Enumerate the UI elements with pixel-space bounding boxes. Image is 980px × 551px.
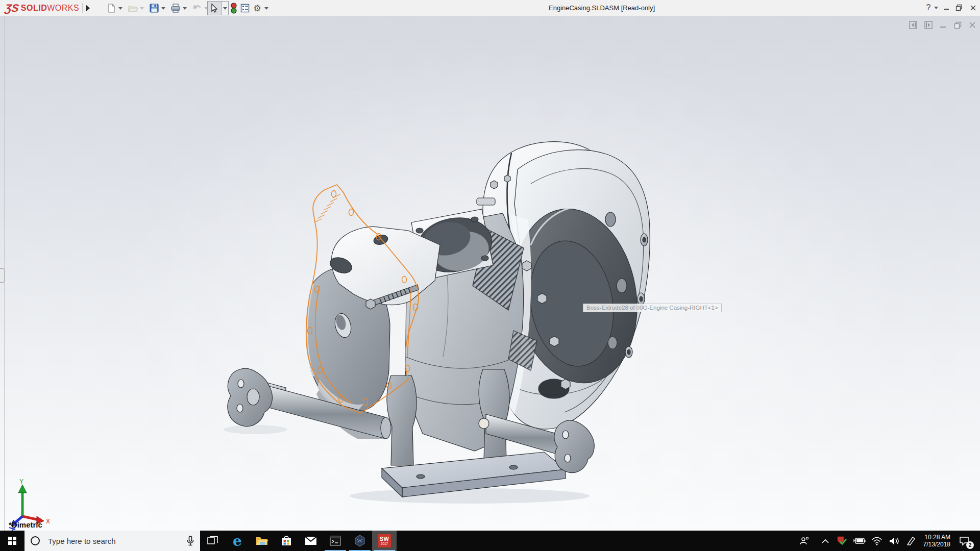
mail-button[interactable] — [299, 531, 323, 551]
pen-icon — [906, 536, 916, 545]
task-view-button[interactable] — [201, 531, 225, 551]
search-input[interactable] — [48, 531, 176, 551]
task-view-icon — [207, 536, 218, 546]
toolbar-separator — [82, 3, 83, 13]
battery-tray[interactable] — [851, 531, 868, 551]
file-explorer-button[interactable] — [250, 531, 274, 551]
store-button[interactable] — [274, 531, 299, 551]
clock-time: 10:28 AM — [924, 534, 950, 541]
speaker-icon — [889, 537, 899, 545]
triad-y-label: Y — [19, 478, 23, 485]
title-bar: ƷS SOLID WORKS — [0, 0, 980, 16]
restore-button[interactable] — [952, 1, 966, 14]
solidworks-taskbar-button[interactable]: SW 2017 — [372, 531, 397, 551]
open-button[interactable] — [127, 2, 139, 14]
display-settings-button[interactable] — [239, 2, 251, 14]
store-icon — [281, 535, 292, 546]
print-dropdown[interactable] — [183, 7, 187, 10]
engine-casing-model[interactable]: Y X — [0, 16, 980, 531]
save-button[interactable] — [148, 2, 160, 14]
new-document-dropdown[interactable] — [118, 7, 122, 10]
screen: ƷS SOLID WORKS — [0, 0, 980, 551]
pen-tray[interactable] — [903, 531, 919, 551]
cortana-icon — [31, 536, 40, 545]
start-button[interactable] — [0, 531, 24, 551]
select-tool-button[interactable] — [207, 1, 222, 15]
tray-overflow-button[interactable] — [818, 531, 833, 551]
window-title: EngineCasing.SLDASM [Read-only] — [549, 4, 655, 12]
hexagon-app-icon — [354, 535, 365, 547]
traffic-light-icon — [230, 3, 237, 14]
close-icon — [970, 5, 976, 11]
brand-solid: SOLID — [21, 4, 47, 13]
hexagon-app-button[interactable] — [348, 531, 372, 551]
menu-flyout-arrow-icon[interactable] — [86, 5, 90, 12]
options-dropdown[interactable] — [264, 7, 268, 10]
graphics-viewport[interactable]: Y X Boss-Extrude28 of 00G-Engine Casing-… — [0, 16, 980, 531]
minimize-button[interactable] — [940, 1, 953, 14]
wifi-icon — [871, 537, 883, 545]
help-dropdown[interactable] — [934, 7, 938, 9]
people-icon — [799, 536, 810, 545]
triad-x-label: X — [46, 518, 50, 525]
windows-logo-icon — [8, 537, 16, 545]
solidworks-icon-label: SW — [380, 536, 389, 542]
model-geometry — [224, 142, 650, 504]
solidworks-check-icon — [836, 536, 847, 546]
rebuild-traffic-light-button[interactable] — [228, 2, 240, 14]
save-dropdown[interactable] — [161, 7, 165, 10]
gear-icon: ⚙ — [253, 3, 261, 14]
command-prompt-button[interactable] — [323, 531, 348, 551]
clock-date: 7/13/2018 — [923, 541, 950, 548]
options-button[interactable]: ⚙ — [251, 2, 263, 14]
help-button[interactable]: ? — [922, 1, 935, 14]
print-button[interactable] — [169, 2, 182, 14]
save-floppy-icon — [150, 4, 159, 13]
volume-tray[interactable] — [886, 531, 902, 551]
edge-button[interactable]: e — [225, 531, 250, 551]
solidworks-emblem-icon: ƷS — [4, 2, 19, 14]
windows-taskbar: e — [0, 531, 980, 551]
undo-icon — [192, 4, 202, 13]
undo-button — [191, 2, 203, 14]
file-explorer-icon — [256, 536, 268, 546]
edge-icon: e — [233, 533, 242, 549]
feature-tooltip: Boss-Extrude28 of 00G-Engine Casing-RIGH… — [583, 304, 722, 312]
open-folder-icon — [128, 4, 138, 13]
new-document-icon — [107, 4, 116, 13]
view-orientation-label: *Dimetric — [9, 520, 42, 529]
solidworks-app-icon: SW 2017 — [378, 534, 391, 547]
solidworks-logo: ƷS SOLID WORKS — [5, 2, 79, 14]
new-document-button[interactable] — [105, 2, 117, 14]
battery-icon — [853, 537, 866, 544]
print-icon — [170, 4, 181, 13]
brand-works: WORKS — [47, 4, 79, 13]
open-dropdown — [140, 7, 144, 10]
chevron-down-icon — [223, 7, 227, 10]
mail-icon — [305, 536, 317, 545]
microphone-icon[interactable] — [186, 536, 195, 546]
people-button[interactable] — [796, 531, 813, 551]
list-panel-icon — [240, 4, 250, 13]
network-tray[interactable] — [869, 531, 885, 551]
taskbar-clock[interactable]: 10:28 AM 7/13/2018 — [919, 531, 950, 551]
select-cursor-icon — [210, 4, 218, 13]
minimize-icon — [943, 5, 949, 11]
solidworks-icon-year: 2017 — [381, 542, 388, 546]
close-button[interactable] — [966, 1, 979, 14]
taskbar-search[interactable] — [24, 531, 200, 551]
chevron-up-icon — [822, 539, 829, 543]
solidworks-monitor-tray[interactable] — [834, 531, 849, 551]
command-prompt-icon — [330, 536, 341, 546]
notification-badge[interactable]: 2 — [966, 541, 974, 549]
help-icon: ? — [926, 3, 931, 12]
restore-icon — [955, 4, 963, 11]
